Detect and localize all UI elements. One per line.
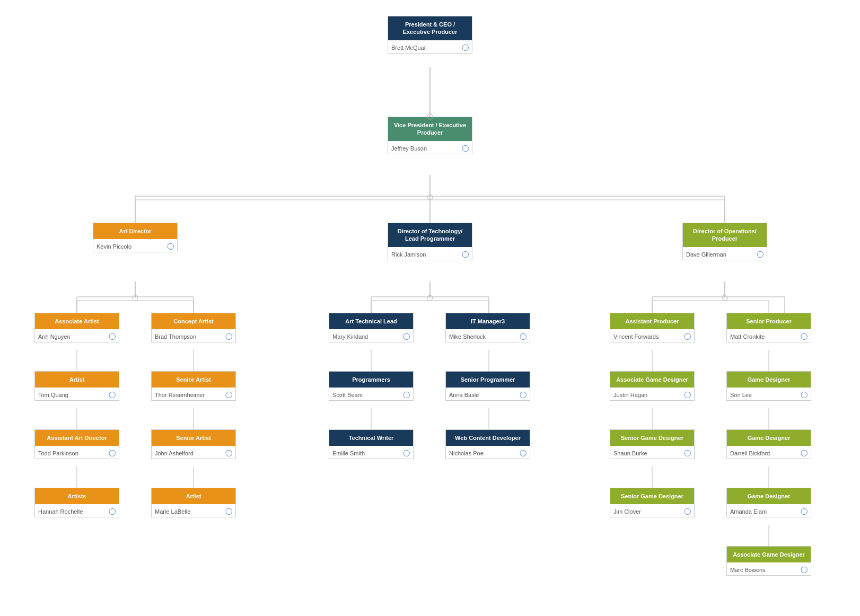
art-director-expand-icon[interactable]: ◯ (167, 242, 174, 250)
it-manager-expand-icon[interactable]: ◯ (520, 332, 526, 340)
senior-game-designer1-title: Senior Game Designer (610, 430, 694, 446)
ops-director-title: Director of Operations/ Producer (683, 223, 767, 247)
tech-director-title: Director of Technology/ Lead Programmer (388, 223, 472, 247)
asst-art-director-node: Assistant Art Director Todd Parkinson ◯ (34, 429, 119, 459)
ceo-node: President & CEO / Executive Producer Bre… (388, 16, 472, 54)
game-designer2-title: Game Designer (727, 430, 811, 446)
artists-title: Artists (35, 488, 119, 504)
senior-programmer-name: Anna Basle (449, 392, 517, 398)
assoc-game-designer2-expand-icon[interactable]: ◯ (801, 566, 808, 573)
associate-artist-node: Associate Artist Anh Nguyen ◯ (34, 313, 119, 342)
artist1-name: Tom Quang (38, 392, 107, 398)
assoc-game-designer1-expand-icon[interactable]: ◯ (684, 391, 691, 398)
artist1-node: Artist Tom Quang ◯ (34, 371, 119, 401)
vp-expand-icon[interactable]: ◯ (462, 144, 469, 152)
assoc-game-designer1-node: Associate Game Designer Justin Hagan ◯ (610, 371, 695, 401)
game-designer3-node: Game Designer Amanda Elam ◯ (726, 488, 811, 517)
senior-artist1-name: Thor Resemheimer (155, 392, 223, 398)
senior-producer-title: Senior Producer (727, 313, 811, 329)
game-designer1-name: Son Lee (730, 392, 798, 398)
senior-artist2-name: John Ashelford (155, 450, 223, 456)
concept-artist-name: Brad Thompson (155, 333, 223, 340)
associate-artist-title: Associate Artist (35, 313, 119, 329)
senior-programmer-title: Senior Programmer (446, 372, 530, 388)
senior-game-designer1-expand-icon[interactable]: ◯ (684, 449, 691, 456)
game-designer1-node: Game Designer Son Lee ◯ (726, 371, 811, 401)
art-director-node: Art Director Kevin Piccolo ◯ (93, 223, 178, 252)
tech-director-expand-icon[interactable]: ◯ (462, 250, 469, 258)
artist2-title: Artist (152, 488, 235, 504)
asst-art-director-name: Todd Parkinson (38, 450, 107, 456)
senior-game-designer2-expand-icon[interactable]: ◯ (684, 507, 691, 515)
vp-node: Vice President / Executive Producer Jeff… (388, 117, 472, 154)
art-tech-lead-expand-icon[interactable]: ◯ (403, 332, 410, 340)
senior-producer-expand-icon[interactable]: ◯ (801, 332, 808, 340)
game-designer2-expand-icon[interactable]: ◯ (801, 449, 808, 456)
web-content-title: Web Content Developer (446, 430, 530, 446)
senior-artist2-title: Senior Artist (152, 430, 235, 446)
artist2-expand-icon[interactable]: ◯ (225, 507, 232, 515)
senior-producer-name: Matt Cronkite (730, 333, 798, 340)
technical-writer-title: Technical Writer (329, 430, 413, 446)
technical-writer-expand-icon[interactable]: ◯ (403, 449, 410, 456)
artists-name: Hannah Rochelle (38, 508, 107, 515)
senior-producer-node: Senior Producer Matt Cronkite ◯ (726, 313, 811, 342)
art-tech-lead-node: Art Technical Lead Mary Kirkland ◯ (329, 313, 414, 342)
ops-director-name: Dave Gillerman (686, 251, 754, 258)
programmers-title: Programmers (329, 372, 413, 388)
senior-artist2-node: Senior Artist John Ashelford ◯ (151, 429, 236, 459)
svg-point-27 (133, 295, 138, 301)
assoc-game-designer2-node: Associate Game Designer Marc Bowens ◯ (726, 546, 811, 576)
vp-title: Vice President / Executive Producer (388, 117, 472, 141)
artist1-expand-icon[interactable]: ◯ (109, 391, 116, 398)
senior-game-designer2-node: Senior Game Designer Jim Clover ◯ (610, 488, 695, 517)
artist2-node: Artist Marie LaBelle ◯ (151, 488, 236, 517)
game-designer1-expand-icon[interactable]: ◯ (801, 391, 808, 398)
art-tech-lead-title: Art Technical Lead (329, 313, 413, 329)
senior-artist1-expand-icon[interactable]: ◯ (225, 391, 232, 398)
assoc-game-designer2-title: Associate Game Designer (727, 547, 811, 562)
game-designer3-name: Amanda Elam (730, 508, 798, 515)
assoc-game-designer1-title: Associate Game Designer (610, 372, 694, 388)
programmers-expand-icon[interactable]: ◯ (403, 391, 410, 398)
ops-director-expand-icon[interactable]: ◯ (757, 250, 764, 258)
ceo-name: Brett McQuail (391, 45, 460, 51)
concept-artist-expand-icon[interactable]: ◯ (225, 332, 232, 340)
artist1-title: Artist (35, 372, 119, 388)
svg-point-21 (427, 195, 433, 200)
assoc-game-designer2-name: Marc Bowens (730, 567, 798, 573)
vp-name: Jeffrey Buson (391, 145, 460, 152)
game-designer3-expand-icon[interactable]: ◯ (801, 507, 808, 515)
it-manager-node: IT Manager3 Mike Sherlock ◯ (445, 313, 530, 342)
it-manager-name: Mike Sherlock (449, 333, 517, 340)
programmers-name: Scott Beam (332, 392, 401, 398)
artists-node: Artists Hannah Rochelle ◯ (34, 488, 119, 517)
web-content-expand-icon[interactable]: ◯ (520, 449, 526, 456)
associate-artist-expand-icon[interactable]: ◯ (109, 332, 116, 340)
senior-game-designer1-name: Shaun Burke (613, 450, 682, 456)
tech-director-name: Rick Jamison (391, 251, 460, 258)
assoc-game-designer1-name: Justin Hagan (613, 392, 682, 398)
asst-producer-expand-icon[interactable]: ◯ (684, 332, 691, 340)
associate-artist-name: Anh Nguyen (38, 333, 107, 340)
senior-programmer-node: Senior Programmer Anna Basle ◯ (445, 371, 530, 401)
senior-artist1-title: Senior Artist (152, 372, 235, 388)
game-designer2-name: Darrell Bickford (730, 450, 798, 456)
web-content-node: Web Content Developer Nicholas Poe ◯ (445, 429, 530, 459)
art-director-name: Kevin Piccolo (96, 243, 165, 250)
concept-artist-title: Concept Artist (152, 313, 235, 329)
asst-producer-name: Vincent Forwards (613, 333, 682, 340)
senior-artist2-expand-icon[interactable]: ◯ (225, 449, 232, 456)
game-designer3-title: Game Designer (727, 488, 811, 504)
senior-artist1-node: Senior Artist Thor Resemheimer ◯ (151, 371, 236, 401)
art-tech-lead-name: Mary Kirkland (332, 333, 401, 340)
ceo-title: President & CEO / Executive Producer (388, 16, 472, 40)
artists-expand-icon[interactable]: ◯ (109, 507, 116, 515)
asst-producer-node: Assistant Producer Vincent Forwards ◯ (610, 313, 695, 342)
ceo-expand-icon[interactable]: ◯ (462, 43, 469, 51)
asst-producer-title: Assistant Producer (610, 313, 694, 329)
asst-art-director-expand-icon[interactable]: ◯ (109, 449, 116, 456)
technical-writer-name: Emille Smith (332, 450, 401, 456)
senior-programmer-expand-icon[interactable]: ◯ (520, 391, 526, 398)
svg-point-38 (427, 295, 433, 301)
